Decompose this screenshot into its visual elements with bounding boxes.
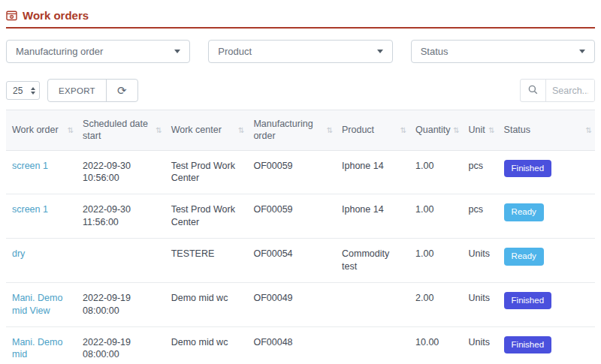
- work-order-link[interactable]: Mani. Demo mid: [12, 337, 62, 360]
- work-order-link[interactable]: screen 1: [12, 161, 48, 171]
- status-badge[interactable]: Finished: [504, 292, 551, 310]
- caret-down-icon: [579, 50, 585, 53]
- status-cell: Finished: [498, 282, 595, 326]
- table-row: screen 12022-09-30 11:56:00Test Prod Wor…: [6, 194, 595, 239]
- unit-cell: Units: [463, 239, 498, 283]
- sort-icon[interactable]: ⇅: [156, 125, 162, 135]
- product-cell: Iphone 14: [336, 150, 409, 194]
- column-header-work-order[interactable]: Work order⇅: [6, 110, 77, 151]
- table-row: Mani. Demo mid2022-09-19 08:00:00Demo mi…: [6, 326, 595, 364]
- status-cell: Ready: [498, 239, 595, 283]
- unit-cell: Units: [463, 282, 498, 326]
- column-header-product[interactable]: Product⇅: [336, 110, 409, 151]
- status-badge[interactable]: Ready: [504, 203, 544, 221]
- page-header: Work orders: [6, 6, 595, 29]
- work-center-cell: TESTERE: [165, 239, 248, 283]
- table-toolbar: 25 EXPORT ⟳: [6, 79, 595, 102]
- unit-cell: pcs: [463, 150, 498, 194]
- sort-icon[interactable]: ⇅: [453, 125, 459, 135]
- manufacturing-order-cell: OF00054: [247, 239, 336, 283]
- work-order-cell: screen 1: [6, 150, 77, 194]
- table-row: dryTESTEREOF00054Commodity test1.00Units…: [6, 239, 595, 283]
- product-cell: Iphone 14: [336, 194, 409, 239]
- sort-icon[interactable]: ⇅: [327, 125, 333, 135]
- status-badge[interactable]: Ready: [504, 248, 544, 266]
- spinner-icon: [31, 87, 35, 95]
- scheduled-date-cell: 2022-09-30 10:56:00: [77, 150, 165, 194]
- work-order-link[interactable]: dry: [12, 248, 25, 259]
- page-title: Work orders: [23, 9, 89, 22]
- work-center-cell: Demo mid wc: [165, 282, 248, 326]
- scheduled-date-cell: 2022-09-30 11:56:00: [77, 194, 165, 239]
- column-header-scheduled-date-start[interactable]: Scheduled date start⇅: [77, 110, 165, 151]
- manufacturing-order-cell: OF00048: [247, 326, 336, 364]
- scheduled-date-cell: [77, 239, 165, 283]
- search-icon: [528, 85, 538, 97]
- quantity-cell: 1.00: [409, 150, 463, 194]
- column-header-manufacturing-order[interactable]: Manufacturing order⇅: [247, 110, 336, 151]
- product-cell: [336, 282, 409, 326]
- filter-label: Manufacturing order: [16, 46, 103, 57]
- quantity-cell: 2.00: [409, 282, 463, 326]
- table-header-row: Work order⇅ Scheduled date start⇅ Work c…: [6, 110, 595, 151]
- work-orders-page: Work orders Manufacturing order Product …: [0, 0, 601, 364]
- filter-label: Status: [421, 46, 448, 57]
- scheduled-date-cell: 2022-09-19 08:00:00: [77, 326, 165, 364]
- page-size-select[interactable]: 25: [6, 81, 40, 100]
- work-order-cell: Mani. Demo mid: [6, 326, 77, 364]
- status-badge[interactable]: Finished: [504, 160, 551, 178]
- refresh-button[interactable]: ⟳: [106, 80, 137, 101]
- unit-cell: pcs: [463, 194, 498, 239]
- quantity-cell: 1.00: [409, 239, 463, 283]
- sort-icon[interactable]: ⇅: [68, 125, 74, 135]
- export-button[interactable]: EXPORT: [48, 80, 106, 101]
- quantity-cell: 10.00: [409, 326, 463, 364]
- filter-bar: Manufacturing order Product Status: [6, 40, 595, 63]
- caret-down-icon: [174, 50, 180, 53]
- scheduled-date-cell: 2022-09-19 08:00:00: [77, 282, 165, 326]
- status-badge[interactable]: Finished: [504, 336, 551, 354]
- sort-icon[interactable]: ⇅: [586, 125, 592, 135]
- table-row: Mani. Demo mid View2022-09-19 08:00:00De…: [6, 282, 595, 326]
- status-cell: Finished: [498, 326, 595, 364]
- sort-icon[interactable]: ⇅: [488, 125, 494, 135]
- sort-icon[interactable]: ⇅: [238, 125, 244, 135]
- work-order-link[interactable]: screen 1: [12, 204, 48, 215]
- manufacturing-order-filter[interactable]: Manufacturing order: [6, 40, 190, 63]
- work-orders-table: Work order⇅ Scheduled date start⇅ Work c…: [6, 110, 595, 364]
- product-cell: [336, 326, 409, 364]
- quantity-cell: 1.00: [409, 194, 463, 239]
- status-cell: Ready: [498, 194, 595, 239]
- sort-icon[interactable]: ⇅: [400, 125, 406, 135]
- refresh-icon: ⟳: [117, 85, 127, 96]
- table-row: screen 12022-09-30 10:56:00Test Prod Wor…: [6, 150, 595, 194]
- product-filter[interactable]: Product: [208, 40, 392, 63]
- work-order-cell: dry: [6, 239, 77, 283]
- column-header-work-center[interactable]: Work center⇅: [165, 110, 248, 151]
- work-orders-icon: [6, 10, 17, 21]
- search-group: [520, 79, 595, 102]
- work-center-cell: Test Prod Work Center: [165, 150, 248, 194]
- status-filter[interactable]: Status: [411, 40, 595, 63]
- work-orders-tbody: screen 12022-09-30 10:56:00Test Prod Wor…: [6, 150, 595, 364]
- work-order-cell: screen 1: [6, 194, 77, 239]
- manufacturing-order-cell: OF00059: [247, 150, 336, 194]
- work-center-cell: Demo mid wc: [165, 326, 248, 364]
- search-input[interactable]: [546, 80, 594, 101]
- work-order-cell: Mani. Demo mid View: [6, 282, 77, 326]
- work-order-link[interactable]: Mani. Demo mid View: [12, 293, 62, 316]
- status-cell: Finished: [498, 150, 595, 194]
- column-header-status[interactable]: Status⇅: [498, 110, 595, 151]
- export-button-group: EXPORT ⟳: [47, 79, 138, 102]
- product-cell: Commodity test: [336, 239, 409, 283]
- column-header-unit[interactable]: Unit⇅: [463, 110, 498, 151]
- search-button[interactable]: [521, 80, 546, 101]
- page-size-value: 25: [13, 86, 23, 96]
- manufacturing-order-cell: OF00049: [247, 282, 336, 326]
- caret-down-icon: [377, 50, 383, 53]
- filter-label: Product: [218, 46, 252, 57]
- unit-cell: Units: [463, 326, 498, 364]
- manufacturing-order-cell: OF00059: [247, 194, 336, 239]
- column-header-quantity[interactable]: Quantity⇅: [409, 110, 463, 151]
- work-center-cell: Test Prod Work Center: [165, 194, 248, 239]
